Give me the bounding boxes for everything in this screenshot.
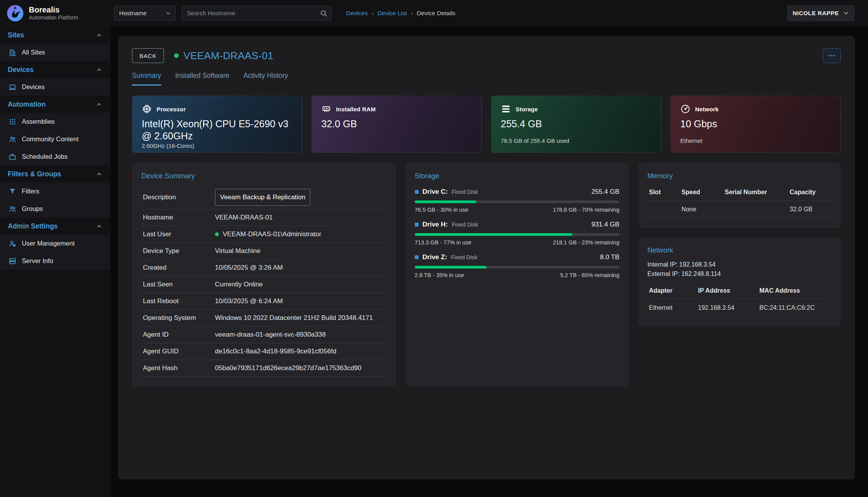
breadcrumb-device-list[interactable]: Device List (377, 10, 407, 17)
tab-installed-software[interactable]: Installed Software (175, 72, 229, 86)
internal-ip-value: 192.168.3.54 (679, 261, 715, 268)
drive-bullet-icon (415, 190, 419, 194)
building-icon (9, 49, 16, 56)
drive-usage-fill (415, 266, 486, 269)
hostname-filter-select[interactable]: Hostname (114, 6, 176, 21)
section-label: Admin Settings (8, 222, 58, 230)
borealis-logo-icon (6, 4, 24, 22)
breadcrumb-separator: › (371, 10, 373, 17)
ellipsis-icon (828, 51, 836, 60)
sidebar-item-label: User Management (22, 240, 75, 247)
stat-footer (321, 137, 472, 144)
description-input[interactable] (215, 189, 310, 206)
row-label: Device Type (143, 247, 215, 255)
sidebar-item-groups[interactable]: Groups (0, 200, 110, 218)
stat-footer: Ethernet (680, 137, 831, 144)
memory-panel: Memory Slot Speed Serial Number Capacity… (638, 163, 841, 228)
sidebar-item-scheduled-jobs[interactable]: Scheduled Jobs (0, 148, 110, 165)
summary-row-last-reboot: Last Reboot 10/03/2025 @ 6:24 AM (141, 293, 387, 310)
search-input[interactable] (182, 6, 331, 21)
chevron-up-icon (96, 67, 102, 73)
network-header-ip: IP Address (697, 285, 758, 299)
drive-usage-bar (415, 266, 620, 269)
row-value: VEEAM-DRAAS-01 (215, 214, 273, 221)
user-name: NICOLE RAPPE (792, 10, 839, 16)
stat-card-network: Network 10 Gbps Ethernet (671, 96, 841, 153)
sidebar-section-filters-groups[interactable]: Filters & Groups (0, 165, 110, 183)
section-label: Devices (8, 66, 33, 74)
drive-remaining-text: 5.2 TB - 65% remaining (560, 272, 619, 278)
sidebar-item-assemblies[interactable]: Assemblies (0, 113, 110, 130)
row-label: Agent ID (143, 331, 215, 339)
back-button[interactable]: BACK (132, 48, 164, 63)
tab-summary[interactable]: Summary (132, 72, 161, 86)
sidebar-item-devices[interactable]: Devices (0, 78, 110, 96)
gauge-icon (680, 104, 690, 114)
sidebar-section-admin-settings[interactable]: Admin Settings (0, 218, 110, 235)
external-ip-line: External IP: 162.248.8.114 (648, 269, 832, 279)
sidebar-item-all-sites[interactable]: All Sites (0, 44, 110, 61)
breadcrumb-current: Device Details (417, 10, 455, 17)
device-header: BACK VEEAM-DRAAS-01 (132, 48, 841, 63)
row-label: Operating System (143, 314, 215, 322)
sidebar-item-community-content[interactable]: Community Content (0, 130, 110, 148)
server-icon (9, 257, 16, 265)
stat-value: Intel(R) Xeon(R) CPU E5-2690 v3 @ 2.60GH… (142, 118, 292, 142)
memory-cell-slot (648, 201, 680, 218)
summary-row-description: Description (141, 186, 387, 209)
row-label: Last Seen (143, 281, 215, 288)
drive-row-h: Drive H: Fixed Disk 931.4 GB 713.3 GB - … (415, 221, 620, 246)
sidebar-item-server-info[interactable]: Server Info (0, 252, 110, 270)
sidebar-item-label: Assemblies (22, 118, 55, 125)
sidebar-section-automation[interactable]: Automation (0, 96, 110, 113)
row-value: 10/05/2025 @ 3:26 AM (215, 264, 283, 272)
sidebar-item-user-management[interactable]: User Management (0, 235, 110, 252)
summary-row-created: Created 10/05/2025 @ 3:26 AM (141, 260, 387, 276)
row-value: Windows 10 2022 Datacenter 21H2 Build 20… (215, 314, 373, 322)
sidebar-section-devices[interactable]: Devices (0, 61, 110, 78)
device-summary-table: Description Hostname VEEAM-DRAAS-01 Last… (141, 186, 387, 377)
drive-name: Drive Z: (423, 253, 447, 261)
user-menu-button[interactable]: NICOLE RAPPE (787, 5, 855, 21)
sidebar-section-sites[interactable]: Sites (0, 26, 110, 44)
right-column: Memory Slot Speed Serial Number Capacity… (638, 163, 841, 386)
stat-label: Network (695, 106, 719, 112)
drive-type: Fixed Disk (452, 189, 478, 195)
chevron-down-icon (843, 10, 849, 16)
app-root: Borealis Automation Platform Hostname De… (0, 0, 868, 497)
internal-ip-line: Internal IP: 192.168.3.54 (648, 260, 832, 269)
memory-cell-speed: None (680, 201, 723, 218)
drive-size: 255.4 GB (592, 188, 620, 196)
more-actions-button[interactable] (823, 48, 841, 63)
drive-type: Fixed Disk (451, 254, 477, 260)
breadcrumb-separator: › (411, 10, 413, 17)
memory-header-speed: Speed (680, 186, 723, 201)
drive-bullet-icon (415, 223, 419, 227)
row-value: 10/03/2025 @ 6:24 AM (215, 297, 283, 305)
breadcrumb-devices[interactable]: Devices (346, 10, 368, 17)
sidebar-item-filters[interactable]: Filters (0, 183, 110, 200)
chevron-up-icon (96, 171, 102, 177)
user-gear-icon (9, 240, 16, 248)
hostname-filter-value: Hostname (119, 10, 147, 17)
network-header-adapter: Adapter (648, 285, 697, 299)
storage-panel: Storage Drive C: Fixed Disk 255.4 GB 76.… (405, 163, 629, 386)
stat-value: 32.0 GB (321, 118, 472, 130)
drive-used-text: 76.5 GB - 30% in use (415, 207, 468, 213)
device-summary-panel: Device Summary Description Hostname VEEA… (132, 163, 396, 386)
stat-label: Processor (157, 106, 186, 112)
people-icon (9, 135, 16, 143)
device-title: VEEAM-DRAAS-01 (183, 50, 273, 62)
stat-value: 10 Gbps (680, 118, 831, 130)
row-label: Agent Hash (143, 364, 215, 372)
brand-subtitle: Automation Platform (29, 14, 78, 21)
drive-usage-fill (415, 233, 572, 236)
stat-value: 255.4 GB (501, 118, 651, 130)
row-label: Agent GUID (143, 348, 215, 355)
row-value: 05ba0e7935171d626ecea29b27d7ae175363cd90 (215, 364, 361, 372)
tab-activity-history[interactable]: Activity History (243, 72, 288, 86)
sidebar-item-label: All Sites (22, 49, 45, 56)
briefcase-icon (9, 153, 16, 161)
detail-panels: Device Summary Description Hostname VEEA… (132, 163, 841, 386)
search-icon[interactable] (320, 9, 327, 17)
